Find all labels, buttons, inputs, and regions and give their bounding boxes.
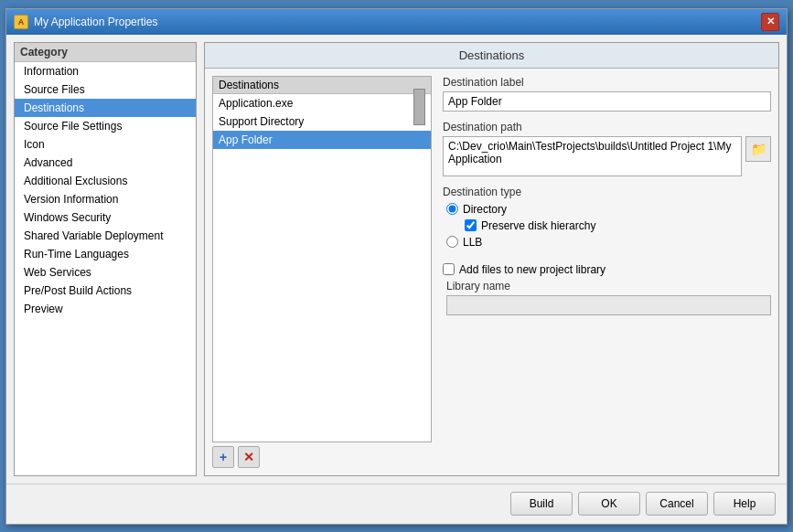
- build-button[interactable]: Build: [510, 492, 573, 516]
- footer: Build OK Cancel Help: [6, 484, 787, 524]
- destination-label-label: Destination label: [443, 76, 771, 89]
- sidebar-item-advanced[interactable]: Advanced: [15, 154, 196, 172]
- help-button[interactable]: Help: [713, 492, 776, 516]
- sidebar-item-source-file-settings[interactable]: Source File Settings: [15, 117, 196, 135]
- right-panel-body: Destinations Application.exe Support Dir…: [205, 69, 778, 475]
- window-title: My Application Properties: [34, 16, 157, 28]
- llb-radio-row: LLB: [446, 236, 771, 249]
- close-button[interactable]: ✕: [761, 13, 779, 31]
- destination-type-group: Destination type Directory Preserve disk…: [443, 186, 771, 249]
- preserve-hierarchy-row: Preserve disk hierarchy: [465, 219, 771, 232]
- sidebar-item-source-files[interactable]: Source Files: [15, 80, 196, 99]
- llb-radio[interactable]: [446, 236, 458, 248]
- main-content: Category Information Source Files Destin…: [6, 35, 787, 484]
- destination-properties-panel: Destination label Destination path 📁: [443, 76, 771, 468]
- destination-type-radio-group: Directory Preserve disk hierarchy LLB: [446, 203, 771, 249]
- destination-path-group: Destination path 📁: [443, 121, 771, 176]
- sidebar-item-destinations[interactable]: Destinations: [15, 99, 196, 117]
- sidebar-item-web-services[interactable]: Web Services: [15, 263, 196, 282]
- destinations-list-panel: Destinations Application.exe Support Dir…: [212, 76, 432, 468]
- list-actions: + ✕: [212, 446, 432, 468]
- preserve-hierarchy-checkbox[interactable]: [465, 219, 477, 231]
- sidebar-item-run-time-languages[interactable]: Run-Time Languages: [15, 245, 196, 263]
- title-bar-left: A My Application Properties: [14, 15, 157, 29]
- destination-path-row: 📁: [443, 136, 771, 176]
- destinations-list-scroll: Application.exe Support Directory App Fo…: [213, 94, 431, 442]
- library-name-group: Library name: [446, 280, 771, 315]
- cancel-button[interactable]: Cancel: [646, 492, 708, 516]
- destination-label-input[interactable]: [443, 91, 771, 112]
- library-name-label: Library name: [446, 280, 771, 293]
- window-body: Category Information Source Files Destin…: [6, 35, 787, 524]
- listbox-header: Destinations: [213, 77, 431, 94]
- destination-type-label: Destination type: [443, 186, 771, 198]
- right-panel-title: Destinations: [205, 43, 778, 69]
- sidebar-item-additional-exclusions[interactable]: Additional Exclusions: [15, 172, 196, 190]
- library-name-input[interactable]: [446, 295, 771, 315]
- directory-radio-label: Directory: [463, 203, 507, 216]
- folder-icon: 📁: [751, 142, 766, 156]
- sidebar-item-preview[interactable]: Preview: [15, 300, 196, 318]
- title-bar: A My Application Properties ✕: [6, 9, 787, 35]
- destination-path-label: Destination path: [443, 121, 771, 133]
- sidebar-item-information[interactable]: Information: [15, 62, 196, 80]
- remove-destination-button[interactable]: ✕: [238, 446, 260, 468]
- category-header: Category: [15, 43, 196, 62]
- sidebar-item-shared-variable-deployment[interactable]: Shared Variable Deployment: [15, 227, 196, 245]
- main-window: A My Application Properties ✕ Category I…: [5, 8, 788, 525]
- add-files-checkbox[interactable]: [443, 263, 455, 275]
- app-icon: A: [14, 15, 28, 29]
- list-item-support-dir[interactable]: Support Directory: [213, 112, 431, 131]
- listbox-header-label: Destinations: [219, 79, 279, 91]
- sidebar-item-pre-post-build-actions[interactable]: Pre/Post Build Actions: [15, 282, 196, 300]
- add-destination-button[interactable]: +: [212, 446, 234, 468]
- left-nav-panel: Category Information Source Files Destin…: [14, 42, 197, 476]
- directory-radio-row: Directory: [446, 203, 771, 216]
- directory-radio[interactable]: [446, 203, 458, 215]
- sidebar-item-version-information[interactable]: Version Information: [15, 190, 196, 208]
- destination-label-group: Destination label: [443, 76, 771, 112]
- browse-folder-button[interactable]: 📁: [745, 136, 771, 162]
- add-files-row: Add files to new project library: [443, 263, 771, 276]
- sidebar-item-icon[interactable]: Icon: [15, 135, 196, 154]
- sidebar-item-windows-security[interactable]: Windows Security: [15, 208, 196, 227]
- llb-radio-label: LLB: [463, 236, 482, 249]
- list-item-app-folder[interactable]: App Folder: [213, 131, 431, 149]
- destination-path-input[interactable]: [443, 136, 742, 176]
- ok-button[interactable]: OK: [578, 492, 640, 516]
- right-panel: Destinations Destinations: [204, 42, 779, 476]
- add-files-section: Add files to new project library Library…: [443, 258, 771, 321]
- add-files-label: Add files to new project library: [459, 263, 605, 276]
- destinations-listbox: Destinations Application.exe Support Dir…: [212, 76, 432, 442]
- list-item-app-exe[interactable]: Application.exe: [213, 94, 431, 112]
- preserve-hierarchy-label: Preserve disk hierarchy: [481, 219, 595, 232]
